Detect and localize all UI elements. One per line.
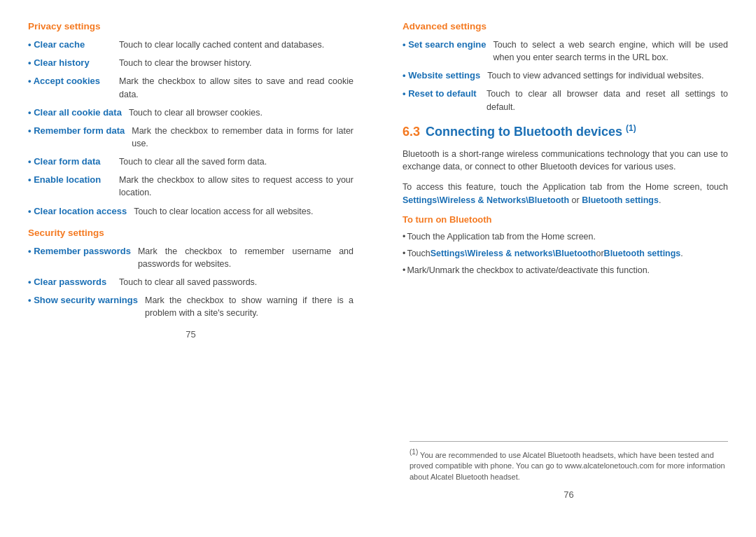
item-label: Clear location access (28, 205, 134, 218)
section-heading: Connecting to Bluetooth devices (1) (426, 123, 636, 139)
item-desc: Touch to select a web search engine, whi… (493, 39, 728, 64)
item-desc: Touch to clear all browser cookies. (129, 106, 262, 119)
list-item: Set search engineTouch to select a web s… (402, 39, 728, 64)
list-item: Clear form dataTouch to clear all the sa… (28, 155, 354, 168)
adv-item-label: Reset to default (402, 88, 486, 100)
list-item: Enable locationMark the checkbox to allo… (28, 174, 354, 199)
list-item: Remember passwordsMark the checkbox to r… (28, 245, 354, 270)
turn-on-list: Touch the Application tab from the Home … (402, 230, 728, 277)
list-item: Clear location accessTouch to clear loca… (28, 205, 354, 218)
bluetooth-para2-suffix: . (659, 195, 661, 205)
adv-item-label: Website settings (402, 69, 487, 82)
item-label: Clear form data (28, 155, 119, 168)
list-item: Remember form dataMark the checkbox to r… (28, 125, 354, 150)
left-page-number: 75 (28, 329, 354, 340)
right-column: Advanced settings Set search engineTouch… (396, 21, 728, 523)
list-item: Clear passwordsTouch to clear all saved … (28, 276, 354, 288)
bluetooth-para2-prefix: To access this feature, touch the Applic… (402, 182, 728, 192)
bluetooth-para2: To access this feature, touch the Applic… (402, 181, 728, 207)
footnote-sup: (1) (410, 448, 418, 456)
item-desc: Mark the checkbox to show warning if the… (145, 294, 354, 319)
item-desc: Touch to clear locally cached content an… (119, 39, 324, 51)
item-desc: Mark the checkbox to allow sites to requ… (119, 174, 354, 199)
item-desc: Touch to clear location access for all w… (134, 205, 313, 218)
bluetooth-para2-bold1: Settings\Wireless & Networks\Bluetooth (402, 195, 569, 205)
list-item: Website settingsTouch to view advanced s… (402, 69, 728, 82)
adv-item-label: Set search engine (402, 39, 493, 51)
list-item: Reset to defaultTouch to clear all brows… (402, 88, 728, 113)
item-desc: Mark the checkbox to allow sites to save… (119, 75, 354, 100)
security-item-list: Remember passwordsMark the checkbox to r… (28, 245, 354, 320)
bluetooth-section-header: 6.3 Connecting to Bluetooth devices (1) (402, 123, 728, 139)
right-col-content: Advanced settings Set search engineTouch… (402, 21, 728, 523)
left-column: Privacy settings Clear cacheTouch to cle… (28, 21, 368, 523)
item-label: Clear history (28, 57, 119, 69)
advanced-item-list: Set search engineTouch to select a web s… (402, 39, 728, 113)
list-item: Touch Settings\Wireless & networks\Bluet… (402, 247, 728, 260)
item-desc: Touch to clear all browser data and rese… (486, 88, 728, 113)
item-label: Remember form data (28, 125, 132, 137)
bluetooth-para2-mid: or (569, 195, 582, 205)
bluetooth-para2-bold2: Bluetooth settings (582, 195, 659, 205)
privacy-section-title: Privacy settings (28, 21, 354, 32)
list-item: Clear all cookie dataTouch to clear all … (28, 106, 354, 119)
item-label: Show security warnings (28, 294, 145, 307)
item-label: Enable location (28, 174, 119, 186)
list-item: Mark/Unmark the checkbox to activate/dea… (402, 264, 728, 277)
item-desc: Mark the checkbox to remember data in fo… (132, 125, 354, 150)
security-section-title: Security settings (28, 228, 354, 238)
list-item: Show security warningsMark the checkbox … (28, 294, 354, 319)
item-desc: Touch to clear the browser history. (119, 57, 251, 69)
bluetooth-para1: Bluetooth is a short-range wireless comm… (402, 148, 728, 174)
turn-on-heading: To turn on Bluetooth (402, 214, 728, 225)
item-desc: Touch to clear all saved passwords. (119, 276, 257, 288)
footnote-area: (1) You are recommended to use Alcatel B… (410, 441, 728, 502)
right-page-number: 76 (410, 489, 728, 502)
advanced-section-title: Advanced settings (402, 21, 728, 32)
list-item: Touch the Application tab from the Home … (402, 230, 728, 243)
item-label: Accept cookies (28, 75, 119, 88)
list-item: Accept cookiesMark the checkbox to allow… (28, 75, 354, 100)
item-label: Clear passwords (28, 276, 119, 288)
item-label: Remember passwords (28, 245, 138, 258)
privacy-item-list: Clear cacheTouch to clear locally cached… (28, 39, 354, 218)
section-number: 6.3 (402, 125, 420, 139)
item-desc: Touch to view advanced settings for indi… (487, 69, 704, 82)
list-item: Clear cacheTouch to clear locally cached… (28, 39, 354, 51)
item-desc: Touch to clear all the saved form data. (119, 155, 267, 168)
list-item: Clear historyTouch to clear the browser … (28, 57, 354, 69)
item-label: Clear all cookie data (28, 106, 129, 119)
item-desc: Mark the checkbox to remember username a… (138, 245, 354, 270)
footnote-text: You are recommended to use Alcatel Bluet… (410, 450, 725, 481)
item-label: Clear cache (28, 39, 119, 51)
